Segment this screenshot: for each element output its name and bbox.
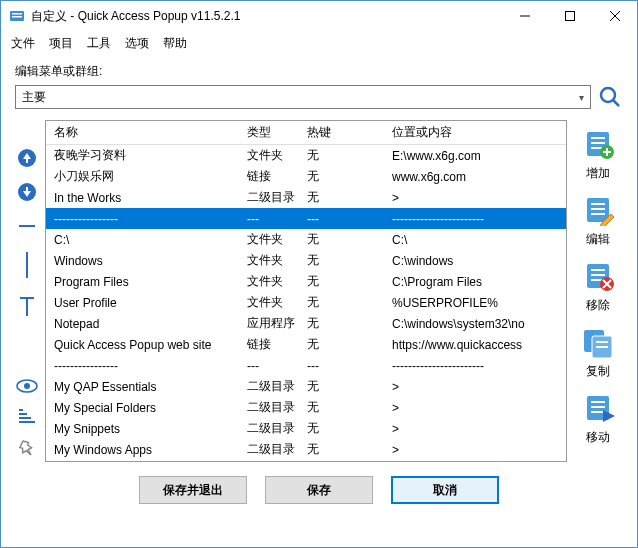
svg-rect-42 (591, 411, 605, 413)
eye-icon[interactable] (16, 378, 38, 398)
svg-rect-37 (596, 341, 608, 343)
minimize-button[interactable] (502, 1, 547, 31)
cell-name: My Special Folders (46, 401, 239, 415)
tool-label: 移除 (586, 297, 610, 314)
cell-hotkey: 无 (299, 399, 384, 416)
svg-rect-41 (591, 406, 605, 408)
menu-group-combo[interactable]: 主要 ▾ (15, 85, 591, 109)
move-down-button[interactable] (17, 182, 37, 206)
list-row[interactable]: In the Works二级目录无> (46, 187, 566, 208)
list-row[interactable]: Notepad应用程序无C:\windows\system32\no (46, 313, 566, 334)
cell-type: 二级目录 (239, 378, 299, 395)
svg-rect-28 (591, 208, 605, 210)
combo-value: 主要 (22, 89, 46, 106)
cell-location: C:\Program Files (384, 275, 566, 289)
svg-line-8 (613, 100, 619, 106)
cell-type: --- (239, 359, 299, 373)
move-tool[interactable]: 移动 (581, 394, 615, 446)
col-name[interactable]: 名称 (46, 124, 239, 141)
list-row[interactable]: My Windows Apps二级目录无> (46, 439, 566, 460)
menu-options[interactable]: 选项 (125, 35, 149, 52)
cell-type: --- (239, 212, 299, 226)
svg-rect-38 (596, 346, 608, 348)
list-row[interactable]: Quick Access Popup web site链接无https://ww… (46, 334, 566, 355)
cell-name: My Windows Apps (46, 443, 239, 457)
cell-hotkey: 无 (299, 273, 384, 290)
cell-location: %USERPROFILE% (384, 296, 566, 310)
separator-vertical-icon[interactable] (17, 250, 37, 284)
list-row[interactable]: My Special Folders二级目录无> (46, 397, 566, 418)
add-tool[interactable]: 增加 (581, 130, 615, 182)
cell-name: Notepad (46, 317, 239, 331)
app-icon (9, 8, 25, 24)
cell-name: User Profile (46, 296, 239, 310)
col-hotkey[interactable]: 热键 (299, 124, 384, 141)
cell-hotkey: 无 (299, 231, 384, 248)
cell-type: 文件夹 (239, 231, 299, 248)
list-row[interactable]: ----------------------------------------… (46, 355, 566, 376)
edit-menu-label: 编辑菜单或群组: (15, 63, 623, 80)
cell-hotkey: 无 (299, 336, 384, 353)
maximize-button[interactable] (547, 1, 592, 31)
cell-name: My Snippets (46, 422, 239, 436)
search-button[interactable] (597, 84, 623, 110)
col-type[interactable]: 类型 (239, 124, 299, 141)
cell-location: E:\www.x6g.com (384, 149, 566, 163)
svg-point-7 (601, 88, 615, 102)
list-row[interactable]: Program Files文件夹无C:\Program Files (46, 271, 566, 292)
copy-tool[interactable]: 复制 (581, 328, 615, 380)
cancel-button[interactable]: 取消 (391, 476, 499, 504)
remove-tool[interactable]: 移除 (581, 262, 615, 314)
cell-type: 二级目录 (239, 420, 299, 437)
menu-help[interactable]: 帮助 (163, 35, 187, 52)
list-header: 名称 类型 热键 位置或内容 (46, 121, 566, 145)
svg-rect-31 (591, 269, 605, 271)
cell-name: Program Files (46, 275, 239, 289)
list-row[interactable]: 夜晚学习资料文件夹无E:\www.x6g.com (46, 145, 566, 166)
cell-location: > (384, 380, 566, 394)
edit-tool[interactable]: 编辑 (581, 196, 615, 248)
cell-type: 文件夹 (239, 273, 299, 290)
item-list[interactable]: 名称 类型 热键 位置或内容 夜晚学习资料文件夹无E:\www.x6g.com小… (45, 120, 567, 462)
pin-icon[interactable] (18, 438, 36, 462)
window-title: 自定义 - Quick Access Popup v11.5.2.1 (31, 8, 502, 25)
copy-icon (581, 328, 615, 361)
list-row[interactable]: ----------------------------------------… (46, 208, 566, 229)
sort-icon[interactable] (17, 408, 37, 428)
menu-file[interactable]: 文件 (11, 35, 35, 52)
cell-type: 应用程序 (239, 315, 299, 332)
cell-hotkey: 无 (299, 441, 384, 458)
cell-name: 小刀娱乐网 (46, 168, 239, 185)
move-up-button[interactable] (17, 148, 37, 172)
svg-rect-32 (591, 274, 605, 276)
menu-item[interactable]: 项目 (49, 35, 73, 52)
cell-name: C:\ (46, 233, 239, 247)
move-icon (581, 394, 615, 427)
cell-type: 链接 (239, 336, 299, 353)
cell-location: ----------------------- (384, 212, 566, 226)
list-row[interactable]: 小刀娱乐网链接无www.x6g.com (46, 166, 566, 187)
save-button[interactable]: 保存 (265, 476, 373, 504)
cell-type: 链接 (239, 168, 299, 185)
text-format-icon[interactable] (17, 294, 37, 322)
list-row[interactable]: Windows文件夹无C:\windows (46, 250, 566, 271)
cell-name: My QAP Essentials (46, 380, 239, 394)
svg-rect-40 (591, 401, 605, 403)
menu-tools[interactable]: 工具 (87, 35, 111, 52)
close-button[interactable] (592, 1, 637, 31)
list-row[interactable]: C:\文件夹无C:\ (46, 229, 566, 250)
list-row[interactable]: ----------------------------------------… (46, 460, 566, 462)
cell-location: ----------------------- (384, 359, 566, 373)
col-location[interactable]: 位置或内容 (384, 124, 566, 141)
svg-rect-29 (591, 213, 605, 215)
cell-type: 文件夹 (239, 252, 299, 269)
remove-icon (581, 262, 615, 295)
list-row[interactable]: My QAP Essentials二级目录无> (46, 376, 566, 397)
cell-name: In the Works (46, 191, 239, 205)
svg-rect-27 (591, 203, 605, 205)
separator-horizontal-icon[interactable] (17, 216, 37, 240)
list-row[interactable]: My Snippets二级目录无> (46, 418, 566, 439)
save-exit-button[interactable]: 保存并退出 (139, 476, 247, 504)
list-row[interactable]: User Profile文件夹无%USERPROFILE% (46, 292, 566, 313)
cell-type: 二级目录 (239, 399, 299, 416)
